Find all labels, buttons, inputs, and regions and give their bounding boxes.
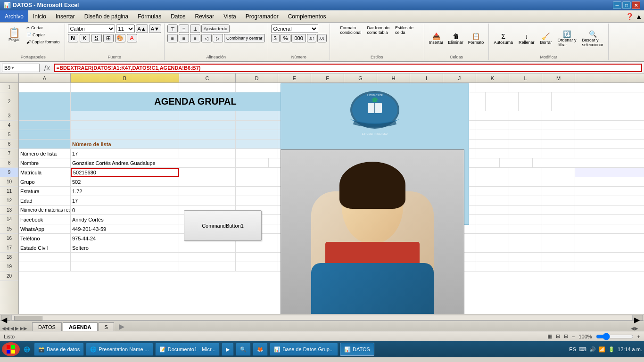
cell-L18[interactable] [509, 253, 542, 262]
cell-M10[interactable] [542, 177, 575, 186]
sheet-tab-s[interactable]: S [99, 322, 114, 331]
scroll-thumb-h[interactable] [14, 316, 42, 321]
cell-K16[interactable] [476, 234, 509, 243]
cell-A11[interactable]: Estatura [19, 187, 71, 196]
cell-C11[interactable] [179, 187, 236, 196]
cell-K13[interactable] [476, 206, 509, 214]
row-num-10[interactable]: 10 [0, 177, 18, 187]
menu-insertar[interactable]: Insertar [51, 10, 80, 22]
cell-K6[interactable] [476, 140, 509, 148]
align-left-button[interactable]: ≡ [167, 34, 178, 42]
row-num-18[interactable]: 18 [0, 253, 18, 262]
menu-vista[interactable]: Vista [219, 10, 240, 22]
decimal-dec-button[interactable]: .0↓ [317, 34, 327, 42]
cell-L16[interactable] [509, 234, 542, 243]
row-num-3[interactable]: 3 [0, 111, 18, 121]
sheet-nav-prev[interactable]: ◀ [10, 326, 14, 331]
row-num-7[interactable]: 7 [0, 149, 18, 158]
cell-D17[interactable] [236, 243, 278, 252]
cell-M7[interactable] [542, 149, 575, 158]
help-icon[interactable]: ❓ [626, 13, 634, 20]
cell-M19[interactable] [542, 262, 575, 271]
cell-L8[interactable] [467, 158, 500, 167]
cell-C4[interactable] [179, 121, 236, 130]
insert-cells-button[interactable]: 📥Insertar [427, 32, 446, 46]
thousands-button[interactable]: 000 [291, 34, 305, 42]
col-header-I[interactable]: I [410, 74, 443, 82]
cell-M4[interactable] [542, 121, 575, 130]
cell-B13[interactable]: 0 [71, 206, 179, 214]
cell-M3[interactable] [542, 111, 575, 120]
cell-A17[interactable]: Estado Civil [19, 243, 71, 252]
row-num-1[interactable]: 1 [0, 83, 18, 92]
cell-L10[interactable] [509, 177, 542, 186]
horizontal-scrollbar[interactable]: ◀ ▶ [0, 314, 644, 321]
cell-L4[interactable] [509, 121, 542, 130]
scroll-right-btn[interactable]: ▶ [634, 315, 643, 321]
sheet-nav-next[interactable]: ▶ [15, 326, 19, 331]
cell-A18[interactable] [19, 253, 71, 262]
cell-L14[interactable] [509, 215, 542, 224]
underline-button[interactable]: S [91, 34, 102, 42]
cell-M16[interactable] [542, 234, 575, 243]
decimal-inc-button[interactable]: .0↑ [307, 34, 316, 42]
cell-D5[interactable] [236, 130, 278, 139]
delete-cells-button[interactable]: 🗑Eliminar [446, 32, 465, 46]
font-color-button[interactable]: A [127, 34, 137, 42]
row-num-6[interactable]: 6 [0, 140, 18, 149]
cell-A16[interactable]: Teléfono [19, 234, 71, 243]
col-header-L[interactable]: L [509, 74, 542, 82]
menu-diseno[interactable]: Diseño de página [80, 10, 133, 22]
paste-button[interactable]: 📋 Pegar [5, 27, 24, 43]
col-header-F[interactable]: F [311, 74, 344, 82]
cell-L11[interactable] [509, 187, 542, 196]
cell-styles-button[interactable]: Estilos decelda [393, 25, 415, 36]
cell-B7[interactable]: 17 [71, 149, 179, 158]
row-num-5[interactable]: 5 [0, 130, 18, 140]
scroll-track-h[interactable] [11, 315, 633, 321]
font-grow-button[interactable]: A▲ [136, 25, 148, 33]
row-num-14[interactable]: 14 [0, 215, 18, 224]
row-num-19[interactable]: 19 [0, 262, 18, 272]
number-format-select[interactable]: General [271, 25, 318, 33]
cell-A6[interactable] [19, 140, 71, 148]
cell-B10[interactable]: 502 [71, 177, 179, 186]
wrap-text-button[interactable]: Ajustar texto [201, 25, 230, 33]
font-name-select[interactable]: Calibri [68, 25, 115, 33]
align-center-button[interactable]: ≡ [179, 34, 189, 42]
cell-B9[interactable]: 50215680 [71, 168, 179, 177]
cell-A13[interactable]: Número de materias reprobadas [19, 206, 71, 214]
cell-A2[interactable] [19, 92, 71, 111]
formula-input[interactable]: =BDEXTRAER(DATOS!A1:K47,DATOS!C1,AGENDA!… [54, 64, 642, 72]
format-painter-button[interactable]: 🖌Copiar formato [25, 39, 62, 45]
col-header-G[interactable]: G [344, 74, 377, 82]
cell-C17[interactable] [179, 243, 236, 252]
row-num-11[interactable]: 11 [0, 187, 18, 196]
row-num-4[interactable]: 4 [0, 121, 18, 130]
cell-L9[interactable] [509, 168, 542, 177]
cell-B15[interactable]: 449-201-43-59 [71, 224, 179, 233]
zoom-slider[interactable] [596, 334, 634, 339]
start-button[interactable] [2, 342, 20, 356]
cell-reference-box[interactable]: B9 ▼ [2, 64, 40, 72]
cell-C3[interactable] [179, 111, 236, 120]
menu-datos[interactable]: Datos [166, 10, 190, 22]
cell-L17[interactable] [509, 243, 542, 252]
taskbar-word-button[interactable]: 📝 Documento1 - Micr... [155, 343, 220, 356]
cell-L13[interactable] [509, 206, 542, 214]
cell-A7[interactable]: Número de lista [19, 149, 71, 158]
cell-K11[interactable] [476, 187, 509, 196]
cell-B17[interactable]: Soltero [71, 243, 179, 252]
row-num-9[interactable]: 9 [0, 168, 18, 177]
cell-A9[interactable]: Matrícula [19, 168, 71, 177]
taskbar-media-button[interactable]: ▶ [222, 343, 234, 356]
cell-C6[interactable] [179, 140, 236, 148]
col-header-E[interactable]: E [278, 74, 311, 82]
cell-B8[interactable]: González Cortés Andrea Guadalupe [71, 158, 236, 167]
keyboard-icon[interactable]: ⌨ [579, 346, 586, 353]
cell-K3[interactable] [476, 111, 509, 120]
cell-A14[interactable]: Facebook [19, 215, 71, 224]
currency-button[interactable]: $ [271, 34, 280, 42]
cell-D7[interactable] [236, 149, 278, 158]
sheet-nav-left[interactable]: ◀◀ [2, 326, 9, 331]
